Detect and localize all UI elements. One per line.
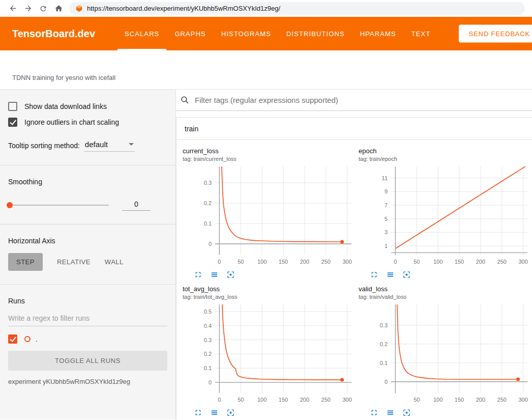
chart-title: current_loss bbox=[183, 147, 356, 155]
svg-text:300: 300 bbox=[518, 397, 527, 403]
toggle-all-runs-button[interactable]: TOGGLE ALL RUNS bbox=[8, 351, 167, 371]
tab-text[interactable]: TEXT bbox=[411, 17, 431, 50]
svg-text:0: 0 bbox=[385, 379, 388, 385]
tab-scalars[interactable]: SCALARS bbox=[125, 17, 159, 50]
run-checkbox[interactable] bbox=[8, 334, 17, 344]
ignore-outliers-checkbox[interactable] bbox=[8, 118, 17, 127]
smoothing-label: Smoothing bbox=[8, 178, 167, 186]
refresh-icon[interactable] bbox=[36, 2, 51, 15]
scalars-panel: train current_loss tag: train/current_lo… bbox=[176, 90, 532, 419]
back-icon[interactable] bbox=[5, 2, 20, 15]
experiment-subheader: TDNN training for yesno with icefall bbox=[0, 50, 532, 90]
chart-title: valid_loss bbox=[359, 285, 531, 293]
axis-wall-button[interactable]: WALL bbox=[105, 258, 124, 266]
tab-histograms[interactable]: HISTOGRAMS bbox=[221, 17, 271, 50]
svg-text:0: 0 bbox=[218, 397, 221, 403]
ignore-outliers-row[interactable]: Ignore outliers in chart scaling bbox=[8, 118, 167, 127]
horizontal-axis-toggle: STEP RELATIVE WALL bbox=[8, 253, 167, 271]
svg-text:200: 200 bbox=[476, 397, 485, 403]
smoothing-slider-thumb[interactable] bbox=[7, 202, 13, 208]
line-chart-tot-avg-loss[interactable]: 05010015020025030000.10.20.30.40.5 bbox=[183, 302, 356, 406]
svg-text:0.1: 0.1 bbox=[204, 220, 212, 227]
svg-text:3: 3 bbox=[385, 229, 388, 235]
show-download-links-checkbox[interactable] bbox=[8, 102, 17, 111]
chart-toolbar bbox=[183, 270, 356, 279]
tag-group-label: train bbox=[185, 125, 198, 133]
svg-text:150: 150 bbox=[455, 397, 464, 403]
svg-text:100: 100 bbox=[433, 259, 442, 265]
center-focus-icon[interactable] bbox=[226, 408, 235, 417]
forward-icon[interactable] bbox=[20, 2, 36, 15]
chart-card-tot-avg-loss: tot_avg_loss tag: train/tot_avg_loss 050… bbox=[180, 285, 356, 417]
line-chart-valid-loss[interactable]: 5010015020025030000.10.20.3 bbox=[359, 302, 531, 406]
svg-text:300: 300 bbox=[342, 259, 351, 265]
tab-graphs[interactable]: GRAPHS bbox=[174, 17, 206, 50]
svg-text:0: 0 bbox=[209, 379, 212, 385]
filter-tags-input[interactable] bbox=[195, 96, 532, 104]
home-icon[interactable] bbox=[51, 2, 66, 15]
svg-text:50: 50 bbox=[413, 397, 420, 403]
horizontal-lines-icon[interactable] bbox=[210, 270, 219, 279]
ignore-outliers-label: Ignore outliers in chart scaling bbox=[24, 118, 119, 126]
svg-text:300: 300 bbox=[342, 397, 351, 403]
chart-tag: tag: train/tot_avg_loss bbox=[183, 294, 356, 300]
expand-icon[interactable] bbox=[370, 408, 378, 417]
search-icon bbox=[180, 95, 190, 105]
tooltip-sorting-value: default bbox=[85, 140, 108, 149]
center-focus-icon[interactable] bbox=[226, 270, 235, 279]
tag-group-header[interactable]: train bbox=[176, 118, 532, 140]
show-download-links-label: Show data download links bbox=[24, 102, 107, 110]
svg-text:0.1: 0.1 bbox=[380, 360, 388, 366]
address-bar[interactable]: https://tensorboard.dev/experiment/yKUbh… bbox=[69, 2, 525, 15]
tab-distributions[interactable]: DISTRIBUTIONS bbox=[286, 17, 345, 50]
smoothing-slider[interactable] bbox=[8, 205, 109, 206]
svg-text:5: 5 bbox=[385, 216, 388, 222]
axis-relative-button[interactable]: RELATIVE bbox=[57, 258, 91, 266]
tab-hparams[interactable]: HPARAMS bbox=[360, 17, 396, 50]
chevron-down-icon bbox=[129, 143, 134, 146]
svg-text:0.3: 0.3 bbox=[204, 337, 212, 343]
run-name: . bbox=[36, 335, 38, 343]
svg-text:200: 200 bbox=[300, 397, 309, 403]
svg-text:0.5: 0.5 bbox=[204, 309, 212, 315]
horizontal-lines-icon[interactable] bbox=[210, 408, 219, 417]
sidebar-divider bbox=[0, 165, 175, 165]
chart-tag: tag: train/current_loss bbox=[183, 156, 356, 162]
show-download-links-row[interactable]: Show data download links bbox=[8, 102, 167, 111]
svg-text:0.3: 0.3 bbox=[380, 322, 388, 328]
svg-text:250: 250 bbox=[497, 259, 507, 265]
smoothing-value-input[interactable] bbox=[122, 199, 151, 211]
center-focus-icon[interactable] bbox=[402, 270, 411, 279]
svg-text:0: 0 bbox=[394, 259, 397, 265]
chart-card-current-loss: current_loss tag: train/current_loss 050… bbox=[180, 147, 356, 279]
horizontal-lines-icon[interactable] bbox=[386, 408, 395, 417]
browser-toolbar: https://tensorboard.dev/experiment/yKUbh… bbox=[0, 0, 532, 17]
runs-label: Runs bbox=[8, 297, 167, 305]
run-list-item[interactable]: . bbox=[8, 334, 167, 344]
sidebar-divider bbox=[0, 224, 175, 225]
chart-card-valid-loss: valid_loss tag: train/valid_loss 5010015… bbox=[356, 285, 531, 417]
svg-text:50: 50 bbox=[238, 397, 244, 403]
horizontal-lines-icon[interactable] bbox=[386, 270, 395, 279]
experiment-caption: experiment yKUbhb5wRmOSXYkId1z9eg bbox=[8, 378, 167, 385]
chart-card-epoch: epoch tag: train/epoch 05010015020025030… bbox=[356, 147, 531, 279]
svg-text:50: 50 bbox=[238, 259, 244, 265]
runs-filter-input[interactable] bbox=[8, 313, 167, 326]
url-text[interactable]: https://tensorboard.dev/experiment/yKUbh… bbox=[87, 5, 280, 12]
chart-title: epoch bbox=[359, 147, 531, 155]
expand-icon[interactable] bbox=[194, 270, 202, 279]
svg-text:250: 250 bbox=[321, 259, 331, 265]
expand-icon[interactable] bbox=[370, 270, 378, 279]
send-feedback-button[interactable]: SEND FEEDBACK bbox=[459, 25, 532, 43]
svg-text:150: 150 bbox=[279, 259, 288, 265]
tooltip-sorting-select[interactable]: default bbox=[84, 139, 135, 152]
line-chart-current-loss[interactable]: 05010015020025030000.10.20.3 bbox=[183, 164, 356, 268]
svg-text:100: 100 bbox=[257, 259, 267, 265]
expand-icon[interactable] bbox=[194, 408, 202, 417]
line-chart-epoch[interactable]: 0501001502002503001357911 bbox=[359, 164, 531, 268]
center-focus-icon[interactable] bbox=[402, 408, 411, 417]
axis-step-button[interactable]: STEP bbox=[8, 253, 43, 271]
tag-group-card: train current_loss tag: train/current_lo… bbox=[176, 117, 532, 419]
site-favicon-icon bbox=[75, 5, 83, 12]
svg-text:0.3: 0.3 bbox=[204, 180, 212, 186]
